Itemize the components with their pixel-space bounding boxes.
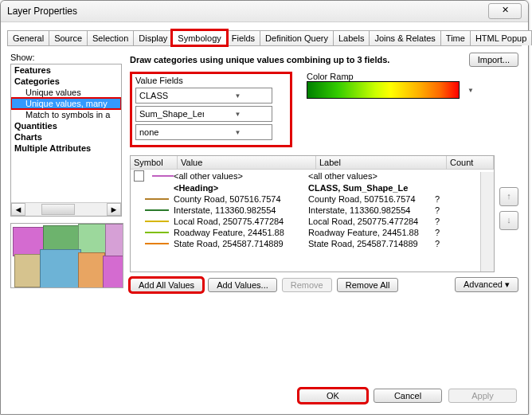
import-button[interactable]: Import... bbox=[469, 53, 518, 67]
add-values-button[interactable]: Add Values... bbox=[208, 278, 277, 292]
tab-definition-query[interactable]: Definition Query bbox=[260, 30, 334, 45]
symbol-grid[interactable]: Symbol Value Label Count <all other valu… bbox=[130, 155, 495, 272]
grid-row[interactable]: County Road, 507516.7574 County Road, 50… bbox=[131, 193, 494, 205]
window-title: Layer Properties bbox=[7, 6, 488, 17]
tab-joins-relates[interactable]: Joins & Relates bbox=[369, 30, 440, 45]
grid-row-heading[interactable]: <Heading> CLASS, Sum_Shape_Le bbox=[131, 182, 494, 193]
dialog-buttons: OK Cancel Apply bbox=[1, 381, 528, 414]
tree-categories[interactable]: Categories bbox=[11, 76, 121, 87]
color-ramp-label: Color Ramp bbox=[307, 72, 477, 81]
grid-header-label[interactable]: Label bbox=[316, 156, 447, 169]
tree-match-symbols[interactable]: Match to symbols in a bbox=[11, 109, 121, 120]
color-ramp[interactable] bbox=[307, 81, 460, 99]
titlebar: Layer Properties ✕ bbox=[1, 1, 528, 22]
tab-html-popup[interactable]: HTML Popup bbox=[470, 30, 532, 45]
chevron-down-icon: ▼ bbox=[204, 129, 272, 136]
close-button[interactable]: ✕ bbox=[488, 3, 522, 19]
allother-checkbox[interactable] bbox=[134, 170, 144, 182]
grid-header-value[interactable]: Value bbox=[178, 156, 316, 169]
value-field-2-text: Sum_Shape_Length bbox=[136, 109, 204, 119]
tree-scrollbar[interactable]: ◄ ► bbox=[11, 202, 121, 216]
remove-all-button[interactable]: Remove All bbox=[337, 278, 399, 292]
tab-time[interactable]: Time bbox=[440, 30, 471, 45]
grid-header-count[interactable]: Count bbox=[447, 156, 494, 169]
grid-row[interactable]: State Road, 254587.714889 State Road, 25… bbox=[131, 238, 494, 249]
tree-scroll-right[interactable]: ► bbox=[107, 203, 121, 216]
value-field-1-text: CLASS bbox=[136, 91, 204, 100]
tab-symbology[interactable]: Symbology bbox=[172, 30, 226, 45]
description-label: Draw categories using unique values comb… bbox=[130, 55, 464, 64]
chevron-down-icon: ▼ bbox=[204, 111, 272, 118]
value-field-3[interactable]: none ▼ bbox=[135, 124, 272, 140]
tab-general[interactable]: General bbox=[7, 30, 49, 45]
tab-strip: General Source Selection Display Symbolo… bbox=[7, 30, 522, 46]
tab-source[interactable]: Source bbox=[49, 30, 88, 45]
tree-charts[interactable]: Charts bbox=[11, 131, 121, 143]
grid-row-allother[interactable]: <all other values> <all other values> bbox=[131, 170, 494, 182]
heading-label: CLASS, Sum_Shape_Le bbox=[308, 183, 435, 193]
allother-label: <all other values> bbox=[308, 171, 435, 181]
tree-scroll-thumb[interactable] bbox=[41, 204, 75, 215]
tab-display[interactable]: Display bbox=[133, 30, 173, 45]
advanced-button[interactable]: Advanced ▾ bbox=[455, 277, 518, 292]
tree-scroll-left[interactable]: ◄ bbox=[11, 203, 25, 216]
apply-button[interactable]: Apply bbox=[448, 389, 517, 403]
allother-value: <all other values> bbox=[174, 171, 308, 181]
chevron-down-icon: ▼ bbox=[204, 92, 272, 100]
grid-header: Symbol Value Label Count bbox=[131, 156, 494, 170]
value-field-3-text: none bbox=[136, 127, 204, 137]
tree-unique-values[interactable]: Unique values bbox=[11, 87, 121, 98]
grid-row[interactable]: Local Road, 250775.477284 Local Road, 25… bbox=[131, 216, 494, 227]
show-tree[interactable]: Features Categories Unique values Unique… bbox=[10, 64, 122, 217]
ok-button[interactable]: OK bbox=[299, 389, 367, 403]
chevron-down-icon[interactable]: ▼ bbox=[464, 87, 477, 94]
tab-labels[interactable]: Labels bbox=[333, 30, 370, 45]
tab-selection[interactable]: Selection bbox=[87, 30, 134, 45]
value-field-2[interactable]: Sum_Shape_Length ▼ bbox=[135, 106, 272, 122]
tree-quantities[interactable]: Quantities bbox=[11, 120, 121, 131]
grid-scrollbar[interactable] bbox=[480, 172, 494, 272]
grid-row[interactable]: Roadway Feature, 24451.88 Roadway Featur… bbox=[131, 227, 494, 238]
tab-fields[interactable]: Fields bbox=[226, 30, 260, 45]
grid-header-symbol[interactable]: Symbol bbox=[131, 156, 178, 169]
remove-button[interactable]: Remove bbox=[282, 278, 332, 292]
add-all-values-button[interactable]: Add All Values bbox=[130, 278, 203, 292]
move-down-button[interactable]: ↓ bbox=[499, 211, 518, 230]
value-fields-label: Value Fields bbox=[135, 76, 287, 85]
layer-properties-window: Layer Properties ✕ General Source Select… bbox=[0, 0, 529, 415]
value-fields-group: Value Fields CLASS ▼ Sum_Shape_Length ▼ … bbox=[130, 72, 292, 147]
tree-multiple[interactable]: Multiple Attributes bbox=[11, 143, 121, 154]
tree-features[interactable]: Features bbox=[11, 64, 121, 76]
cancel-button[interactable]: Cancel bbox=[374, 389, 442, 403]
show-label: Show: bbox=[10, 53, 122, 62]
heading-value: <Heading> bbox=[174, 183, 308, 193]
value-field-1[interactable]: CLASS ▼ bbox=[135, 88, 272, 104]
grid-row[interactable]: Interstate, 113360.982554 Interstate, 11… bbox=[131, 205, 494, 216]
tree-unique-values-many[interactable]: Unique values, many bbox=[11, 98, 121, 109]
move-up-button[interactable]: ↑ bbox=[499, 187, 518, 206]
map-preview bbox=[10, 223, 123, 288]
